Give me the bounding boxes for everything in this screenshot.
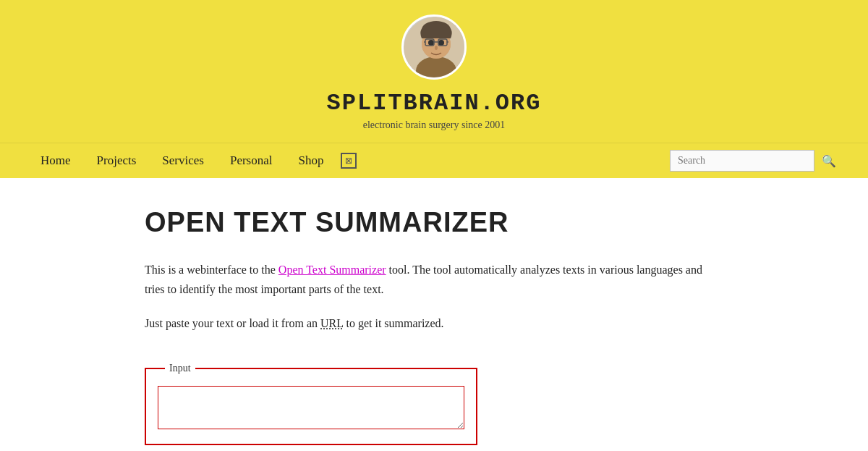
input-fieldset: Input: [145, 363, 477, 445]
navigation-bar: Home Projects Services Personal Shop ⊠ 🔍: [0, 143, 868, 178]
avatar: [401, 14, 467, 80]
intro-text-before: This is a webinterface to the: [145, 264, 276, 276]
svg-point-4: [428, 40, 434, 46]
nav-item-shop[interactable]: Shop: [286, 143, 335, 178]
text-input-area[interactable]: [158, 386, 464, 429]
nav-item-services[interactable]: Services: [150, 143, 216, 178]
input-legend: Input: [165, 363, 195, 374]
site-header: SPLITBRAIN.ORG electronic brain surgery …: [0, 0, 868, 178]
svg-point-11: [435, 46, 438, 50]
svg-point-5: [438, 40, 444, 46]
search-input[interactable]: [670, 150, 814, 172]
site-title: SPLITBRAIN.ORG: [0, 90, 868, 117]
nav-extra-icon[interactable]: ⊠: [341, 153, 357, 169]
intro-paragraph: This is a webinterface to the Open Text …: [145, 260, 723, 299]
ots-link[interactable]: Open Text Summarizer: [278, 264, 386, 276]
nav-item-projects[interactable]: Projects: [85, 143, 148, 178]
url-abbreviation: URL: [320, 317, 343, 329]
second-text-after: to get it summarized.: [346, 317, 443, 329]
search-area: 🔍: [670, 150, 839, 172]
input-section: Input: [145, 363, 723, 445]
search-button[interactable]: 🔍: [819, 151, 839, 171]
page-title: OPEN TEXT SUMMARIZER: [145, 207, 723, 238]
main-content: OPEN TEXT SUMMARIZER This is a webinterf…: [116, 178, 752, 451]
second-paragraph: Just paste your text or load it from an …: [145, 313, 723, 333]
site-subtitle: electronic brain surgery since 2001: [0, 119, 868, 131]
nav-item-home[interactable]: Home: [29, 143, 82, 178]
nav-item-personal[interactable]: Personal: [218, 143, 284, 178]
nav-links: Home Projects Services Personal Shop ⊠: [29, 143, 357, 178]
second-text-before: Just paste your text or load it from an: [145, 317, 318, 329]
